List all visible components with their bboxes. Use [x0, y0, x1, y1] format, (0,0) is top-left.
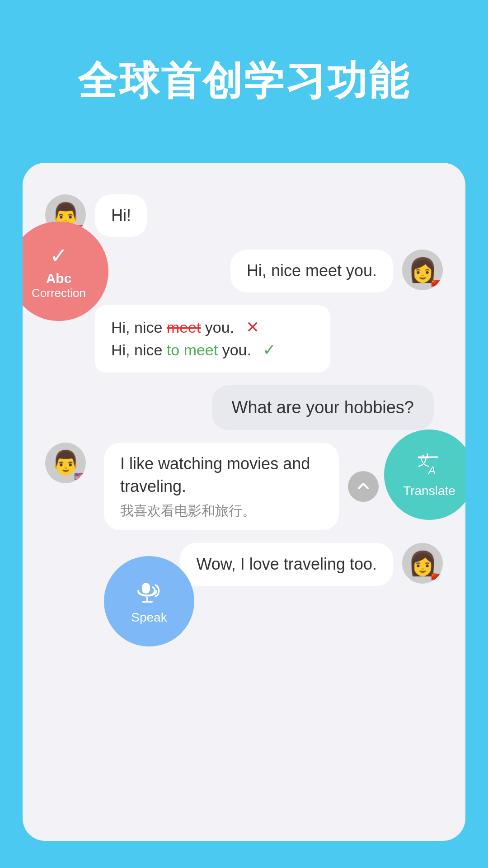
- check-icon: ✓: [263, 340, 276, 359]
- page-title: 全球首创学习功能: [0, 0, 488, 108]
- svg-rect-4: [142, 583, 150, 594]
- speak-label: Speak: [131, 610, 167, 625]
- cn-flag-1: 🇨🇳: [430, 278, 442, 289]
- translate-label: Translate: [403, 484, 455, 498]
- chat-card: ✓ Abc Correction 文 A Translate: [23, 163, 465, 841]
- bubble-movies: I like watching movies and traveling. 我喜…: [104, 443, 339, 531]
- chat-row-hobbies: What are your hobbies?: [45, 385, 434, 430]
- translate-icon: 文 A: [416, 452, 443, 482]
- bubble-hobbies: What are your hobbies?: [212, 385, 434, 430]
- abc-label: Abc: [46, 271, 72, 286]
- cn-flag-2: 🇨🇳: [430, 571, 442, 583]
- correction-label: Correction: [32, 286, 86, 300]
- chat-row-wow: 👩 🇨🇳 Wow, I love traveling too.: [45, 543, 443, 585]
- bubble-wow: Wow, I love traveling too.: [180, 543, 393, 585]
- checkmark-icon: ✓: [50, 243, 68, 268]
- avatar-female-1: 👩 🇨🇳: [402, 250, 443, 290]
- scroll-up-button[interactable]: [348, 471, 379, 502]
- correct-word: to meet: [167, 341, 218, 359]
- speak-icon: [136, 578, 163, 609]
- avatar-female-2: 👩 🇨🇳: [402, 543, 443, 584]
- translation-text: 我喜欢看电影和旅行。: [120, 501, 323, 520]
- correction-row: Hi, nice meet you. ✕ Hi, nice to meet yo…: [95, 305, 443, 373]
- chat-row-movies: 👨 🇺🇸 I like watching movies and travelin…: [45, 443, 443, 531]
- avatar-male-2: 👨 🇺🇸: [45, 443, 86, 483]
- bubble-meet: Hi, nice meet you.: [230, 250, 393, 292]
- svg-text:A: A: [427, 464, 436, 476]
- speak-bubble[interactable]: Speak: [104, 556, 194, 646]
- us-flag-2: 🇺🇸: [73, 471, 85, 482]
- wrong-word: meet: [167, 319, 201, 336]
- correction-correct-line: Hi, nice to meet you. ✓: [111, 339, 314, 361]
- chat-row-hi: 👨 🇺🇸 Hi!: [45, 194, 443, 237]
- x-icon: ✕: [246, 318, 259, 336]
- correction-box: Hi, nice meet you. ✕ Hi, nice to meet yo…: [95, 305, 330, 373]
- bubble-hi: Hi!: [95, 194, 147, 237]
- correction-wrong-line: Hi, nice meet you. ✕: [111, 316, 314, 339]
